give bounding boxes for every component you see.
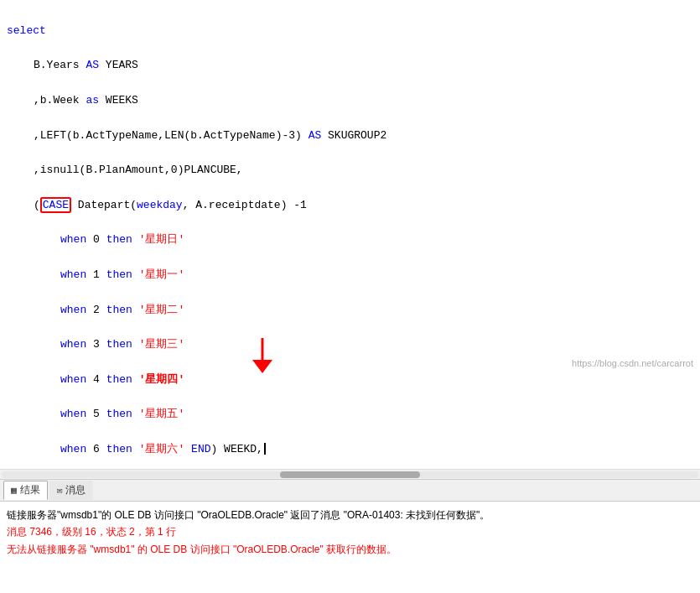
horizontal-scrollbar[interactable] (0, 469, 700, 479)
main-container: select B.Years AS YEARS ,b.Week as WEEKS… (0, 0, 700, 593)
bottom-tabs[interactable]: ▦ 结果 ✉ 消息 (0, 479, 700, 501)
bottom-panel: ▦ 结果 ✉ 消息 链接服务器"wmsdb1"的 OLE DB 访问接口 "Or… (0, 479, 700, 593)
tab-messages-label: 消息 (65, 483, 86, 497)
message-line3: 无法从链接服务器 "wmsdb1" 的 OLE DB 访问接口 "OraOLED… (7, 541, 693, 558)
red-arrow (247, 338, 277, 375)
tab-results-label: 结果 (20, 483, 40, 497)
tab-results[interactable]: ▦ 结果 (3, 481, 48, 500)
svg-marker-1 (252, 360, 272, 373)
scrollbar-track[interactable] (2, 471, 698, 478)
message-area: 链接服务器"wmsdb1"的 OLE DB 访问接口 "OraOLEDB.Ora… (0, 501, 700, 593)
watermark: https://blog.csdn.net/carcarrot (572, 358, 693, 368)
message-line2: 消息 7346，级别 16，状态 2，第 1 行 (7, 523, 693, 540)
message-line1: 链接服务器"wmsdb1"的 OLE DB 访问接口 "OraOLEDB.Ora… (7, 507, 693, 523)
results-icon: ▦ (11, 485, 17, 496)
code-content: select B.Years AS YEARS ,b.Week as WEEKS… (0, 3, 700, 469)
messages-icon: ✉ (57, 485, 63, 496)
scrollbar-thumb[interactable] (280, 471, 419, 478)
tab-messages[interactable]: ✉ 消息 (49, 481, 94, 500)
code-area[interactable]: select B.Years AS YEARS ,b.Week as WEEKS… (0, 0, 700, 469)
